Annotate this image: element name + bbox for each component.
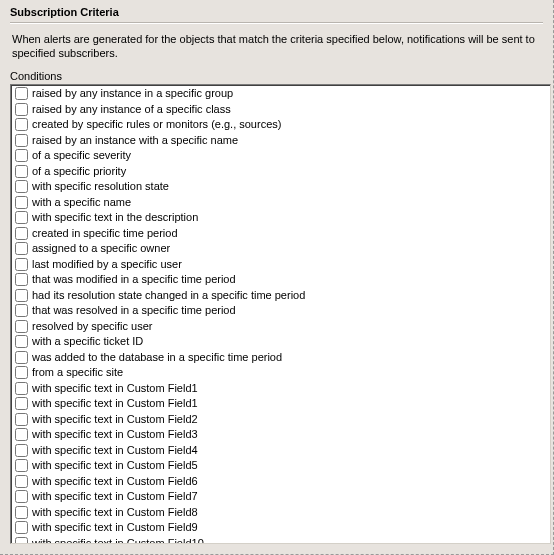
condition-checkbox[interactable] — [15, 149, 28, 162]
condition-row[interactable]: that was resolved in a specific time per… — [13, 303, 548, 319]
condition-label: with specific text in the description — [32, 210, 198, 226]
condition-label: with specific text in Custom Field3 — [32, 427, 198, 443]
condition-label: with a specific name — [32, 195, 131, 211]
condition-label: with specific text in Custom Field7 — [32, 489, 198, 505]
condition-checkbox[interactable] — [15, 180, 28, 193]
condition-row[interactable]: with specific text in Custom Field1 — [13, 396, 548, 412]
condition-label: with specific text in Custom Field4 — [32, 443, 198, 459]
condition-label: had its resolution state changed in a sp… — [32, 288, 305, 304]
condition-checkbox[interactable] — [15, 196, 28, 209]
condition-row[interactable]: was added to the database in a specific … — [13, 350, 548, 366]
condition-row[interactable]: raised by an instance with a specific na… — [13, 133, 548, 149]
panel-description: When alerts are generated for the object… — [10, 32, 543, 70]
conditions-listbox[interactable]: raised by any instance in a specific gro… — [10, 84, 551, 544]
condition-checkbox[interactable] — [15, 537, 28, 544]
condition-row[interactable]: of a specific priority — [13, 164, 548, 180]
condition-label: with specific text in Custom Field1 — [32, 396, 198, 412]
condition-checkbox[interactable] — [15, 521, 28, 534]
condition-checkbox[interactable] — [15, 335, 28, 348]
condition-label: raised by an instance with a specific na… — [32, 133, 238, 149]
condition-checkbox[interactable] — [15, 211, 28, 224]
condition-label: with specific resolution state — [32, 179, 169, 195]
condition-label: assigned to a specific owner — [32, 241, 170, 257]
condition-label: resolved by specific user — [32, 319, 152, 335]
condition-label: from a specific site — [32, 365, 123, 381]
condition-label: with specific text in Custom Field8 — [32, 505, 198, 521]
condition-label: of a specific severity — [32, 148, 131, 164]
condition-label: that was resolved in a specific time per… — [32, 303, 236, 319]
condition-checkbox[interactable] — [15, 258, 28, 271]
condition-row[interactable]: with specific text in Custom Field5 — [13, 458, 548, 474]
condition-checkbox[interactable] — [15, 475, 28, 488]
condition-row[interactable]: with specific resolution state — [13, 179, 548, 195]
condition-checkbox[interactable] — [15, 227, 28, 240]
condition-label: with specific text in Custom Field6 — [32, 474, 198, 490]
condition-row[interactable]: raised by any instance in a specific gro… — [13, 86, 548, 102]
condition-label: raised by any instance in a specific gro… — [32, 86, 233, 102]
condition-row[interactable]: last modified by a specific user — [13, 257, 548, 273]
condition-checkbox[interactable] — [15, 320, 28, 333]
panel-title: Subscription Criteria — [10, 6, 543, 20]
condition-row[interactable]: with specific text in Custom Field6 — [13, 474, 548, 490]
condition-checkbox[interactable] — [15, 428, 28, 441]
condition-label: raised by any instance of a specific cla… — [32, 102, 231, 118]
condition-row[interactable]: that was modified in a specific time per… — [13, 272, 548, 288]
condition-checkbox[interactable] — [15, 382, 28, 395]
condition-label: was added to the database in a specific … — [32, 350, 282, 366]
condition-row[interactable]: resolved by specific user — [13, 319, 548, 335]
header-area: Subscription Criteria When alerts are ge… — [0, 0, 553, 70]
condition-row[interactable]: with specific text in Custom Field2 — [13, 412, 548, 428]
condition-checkbox[interactable] — [15, 165, 28, 178]
condition-checkbox[interactable] — [15, 304, 28, 317]
condition-checkbox[interactable] — [15, 351, 28, 364]
condition-label: created by specific rules or monitors (e… — [32, 117, 281, 133]
condition-row[interactable]: with specific text in Custom Field7 — [13, 489, 548, 505]
condition-row[interactable]: with specific text in Custom Field8 — [13, 505, 548, 521]
condition-label: with specific text in Custom Field9 — [32, 520, 198, 536]
condition-row[interactable]: from a specific site — [13, 365, 548, 381]
condition-checkbox[interactable] — [15, 366, 28, 379]
condition-label: with specific text in Custom Field2 — [32, 412, 198, 428]
condition-label: with specific text in Custom Field5 — [32, 458, 198, 474]
condition-row[interactable]: with specific text in Custom Field4 — [13, 443, 548, 459]
condition-checkbox[interactable] — [15, 87, 28, 100]
condition-label: created in specific time period — [32, 226, 178, 242]
condition-checkbox[interactable] — [15, 103, 28, 116]
condition-label: with specific text in Custom Field10 — [32, 536, 204, 545]
condition-checkbox[interactable] — [15, 413, 28, 426]
condition-row[interactable]: with specific text in Custom Field9 — [13, 520, 548, 536]
condition-checkbox[interactable] — [15, 459, 28, 472]
condition-row[interactable]: with a specific name — [13, 195, 548, 211]
condition-label: with a specific ticket ID — [32, 334, 143, 350]
divider — [10, 22, 543, 24]
condition-checkbox[interactable] — [15, 242, 28, 255]
condition-row[interactable]: created in specific time period — [13, 226, 548, 242]
condition-row[interactable]: had its resolution state changed in a sp… — [13, 288, 548, 304]
condition-checkbox[interactable] — [15, 444, 28, 457]
condition-row[interactable]: raised by any instance of a specific cla… — [13, 102, 548, 118]
condition-row[interactable]: with specific text in the description — [13, 210, 548, 226]
condition-label: that was modified in a specific time per… — [32, 272, 236, 288]
condition-checkbox[interactable] — [15, 134, 28, 147]
condition-label: of a specific priority — [32, 164, 126, 180]
conditions-label: Conditions — [0, 70, 553, 84]
condition-row[interactable]: with specific text in Custom Field3 — [13, 427, 548, 443]
condition-row[interactable]: with a specific ticket ID — [13, 334, 548, 350]
conditions-container: raised by any instance in a specific gro… — [11, 85, 550, 544]
condition-checkbox[interactable] — [15, 273, 28, 286]
condition-row[interactable]: of a specific severity — [13, 148, 548, 164]
condition-row[interactable]: with specific text in Custom Field1 — [13, 381, 548, 397]
condition-checkbox[interactable] — [15, 118, 28, 131]
subscription-criteria-panel: Subscription Criteria When alerts are ge… — [0, 0, 554, 555]
condition-row[interactable]: with specific text in Custom Field10 — [13, 536, 548, 545]
condition-label: last modified by a specific user — [32, 257, 182, 273]
condition-row[interactable]: created by specific rules or monitors (e… — [13, 117, 548, 133]
condition-label: with specific text in Custom Field1 — [32, 381, 198, 397]
condition-checkbox[interactable] — [15, 490, 28, 503]
condition-checkbox[interactable] — [15, 289, 28, 302]
condition-checkbox[interactable] — [15, 506, 28, 519]
condition-checkbox[interactable] — [15, 397, 28, 410]
condition-row[interactable]: assigned to a specific owner — [13, 241, 548, 257]
